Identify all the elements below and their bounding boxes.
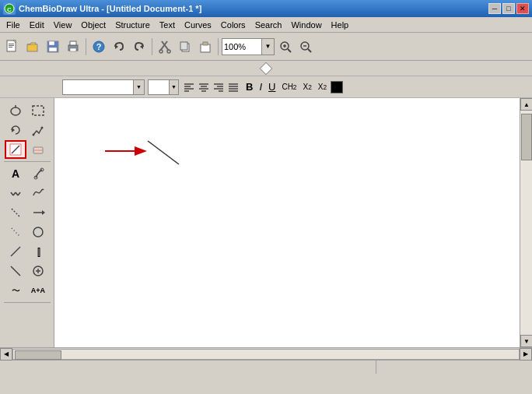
redo-button[interactable] xyxy=(130,37,149,56)
lasso-tool[interactable] xyxy=(5,101,26,120)
open-button[interactable] xyxy=(23,37,42,56)
menu-bar: File Edit View Object Structure Text Cur… xyxy=(0,17,532,33)
minimize-button[interactable]: ─ xyxy=(488,3,501,14)
rotate-tool[interactable] xyxy=(5,121,26,139)
italic-button[interactable]: I xyxy=(257,80,264,94)
superscript-button[interactable]: X2 xyxy=(316,80,329,94)
tool-row-10: 〜 A+A xyxy=(5,281,49,300)
bond-tool[interactable] xyxy=(27,164,49,183)
menu-edit[interactable]: Edit xyxy=(25,19,49,31)
scroll-left-button[interactable]: ◀ xyxy=(0,348,12,361)
plus-circle-tool[interactable] xyxy=(27,262,49,280)
ch2-button[interactable]: CH2 xyxy=(279,80,299,94)
close-button[interactable]: ✕ xyxy=(516,3,529,14)
bracket-tool[interactable]: [] xyxy=(27,242,49,261)
font-name-input[interactable] xyxy=(63,80,133,94)
scroll-thumb[interactable] xyxy=(521,114,532,160)
dashed-bond-tool[interactable] xyxy=(5,203,26,222)
svg-point-54 xyxy=(41,127,44,129)
zoom-in-button[interactable] xyxy=(276,37,295,56)
tool-separator-1 xyxy=(4,161,51,162)
diamond-indicator[interactable] xyxy=(260,62,273,75)
align-justify-button[interactable] xyxy=(226,80,240,94)
svg-marker-16 xyxy=(115,44,118,49)
menu-text[interactable]: Text xyxy=(155,19,180,31)
print-button[interactable] xyxy=(64,37,82,56)
wavy-tool[interactable]: 〜 xyxy=(5,281,26,300)
svg-rect-10 xyxy=(49,47,57,51)
text-tool[interactable]: A xyxy=(5,164,26,183)
paste-button[interactable] xyxy=(196,37,215,56)
bottom-scroll-track[interactable] xyxy=(12,349,520,360)
text2-tool[interactable]: A+A xyxy=(27,281,49,300)
chain-tool[interactable] xyxy=(5,184,26,202)
align-left-button[interactable] xyxy=(182,80,196,94)
svg-line-70 xyxy=(11,247,20,256)
menu-colors[interactable]: Colors xyxy=(216,19,250,31)
font-size-input[interactable] xyxy=(149,80,169,94)
scroll-up-button[interactable]: ▲ xyxy=(520,98,532,111)
subscript-button[interactable]: X2 xyxy=(301,80,314,94)
svg-line-65 xyxy=(12,209,19,216)
menu-curves[interactable]: Curves xyxy=(180,19,216,31)
bottom-scrollbar[interactable]: ◀ ▶ xyxy=(0,347,532,360)
svg-text:C: C xyxy=(7,6,12,13)
main-area: A xyxy=(0,98,532,347)
menu-object[interactable]: Object xyxy=(76,19,110,31)
zoom-dropdown-arrow[interactable]: ▼ xyxy=(261,39,274,55)
bold-button[interactable]: B xyxy=(243,80,255,94)
line-tool[interactable] xyxy=(5,242,26,261)
new-button[interactable] xyxy=(3,37,22,56)
app-icon: C xyxy=(3,2,16,15)
zoom-out-button[interactable] xyxy=(296,37,315,56)
menu-window[interactable]: Window xyxy=(286,19,326,31)
menu-file[interactable]: File xyxy=(2,19,25,31)
rect-select-tool[interactable] xyxy=(27,101,49,120)
font-size-combo[interactable]: ▼ xyxy=(148,79,179,95)
menu-search[interactable]: Search xyxy=(250,19,287,31)
color-picker[interactable] xyxy=(331,81,343,93)
svg-rect-23 xyxy=(180,42,187,50)
cut-button[interactable] xyxy=(156,37,174,56)
align-center-button[interactable] xyxy=(197,80,211,94)
zoom-combo[interactable]: ▼ xyxy=(222,38,275,55)
arrow-tool[interactable] xyxy=(27,203,49,222)
menu-structure[interactable]: Structure xyxy=(110,19,155,31)
pen-tool[interactable] xyxy=(5,140,26,159)
font-name-arrow[interactable]: ▼ xyxy=(133,80,144,94)
chain-select-tool[interactable] xyxy=(27,121,49,139)
dotted-tool[interactable] xyxy=(5,223,26,241)
canvas-area[interactable] xyxy=(54,98,520,347)
eraser-tool[interactable] xyxy=(27,140,49,159)
svg-rect-25 xyxy=(203,42,208,45)
line2-tool[interactable] xyxy=(5,262,26,280)
scroll-right[interactable]: ▲ ▼ xyxy=(520,98,532,347)
font-name-combo[interactable]: ▼ xyxy=(62,79,145,95)
tool-row-9 xyxy=(5,262,49,280)
format-buttons: B I U CH2 X2 X2 xyxy=(243,80,343,94)
underline-button[interactable]: U xyxy=(266,80,278,94)
svg-text:?: ? xyxy=(96,42,102,51)
main-toolbar: ? xyxy=(0,33,532,61)
scroll-track[interactable] xyxy=(520,111,532,335)
maximize-button[interactable]: □ xyxy=(502,3,515,14)
title-controls[interactable]: ─ □ ✕ xyxy=(488,3,529,14)
undo-button[interactable] xyxy=(110,37,128,56)
svg-line-27 xyxy=(288,49,291,52)
copy-button[interactable] xyxy=(176,37,194,56)
status-left xyxy=(0,361,376,374)
align-right-button[interactable] xyxy=(212,80,226,94)
help-button[interactable]: ? xyxy=(89,37,108,56)
menu-help[interactable]: Help xyxy=(327,19,354,31)
freehand-tool[interactable] xyxy=(27,184,49,202)
status-bar xyxy=(0,360,532,374)
zoom-input[interactable] xyxy=(222,39,261,55)
ring-tool[interactable] xyxy=(27,223,49,241)
bottom-scroll-thumb[interactable] xyxy=(15,350,61,360)
tool-row-4: A xyxy=(5,164,49,183)
menu-view[interactable]: View xyxy=(49,19,77,31)
save-button[interactable] xyxy=(44,37,62,56)
scroll-right-button[interactable]: ▶ xyxy=(520,348,532,361)
font-size-arrow[interactable]: ▼ xyxy=(169,80,178,94)
scroll-down-button[interactable]: ▼ xyxy=(520,335,532,347)
